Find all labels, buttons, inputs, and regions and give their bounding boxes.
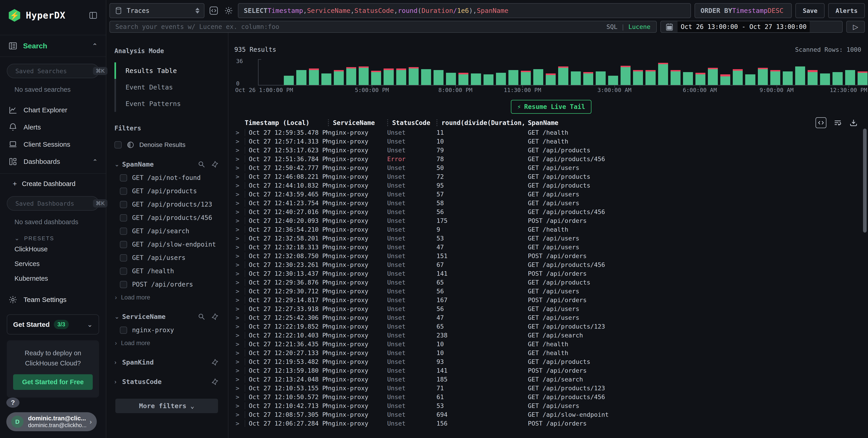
chevron-up-icon[interactable]: ⌃ — [92, 42, 98, 50]
saved-searches-input[interactable]: ⌘K — [7, 64, 99, 78]
table-row[interactable]: > Oct 27 12:22:10.403 PM nginx-proxy Uns… — [234, 331, 868, 340]
histogram-bar[interactable] — [371, 59, 381, 85]
sidebar-item-team-settings[interactable]: Team Settings — [0, 286, 106, 307]
table-row[interactable]: > Oct 27 12:25:42.306 PM nginx-proxy Uns… — [234, 313, 868, 322]
table-row[interactable]: > Oct 27 12:10:50.572 PM nginx-proxy Uns… — [234, 393, 868, 401]
row-expand-icon[interactable]: > — [234, 173, 245, 180]
table-row[interactable]: > Oct 27 12:43:59.465 PM nginx-proxy Uns… — [234, 190, 868, 199]
table-row[interactable]: > Oct 27 12:22:19.852 PM nginx-proxy Uns… — [234, 322, 868, 331]
table-row[interactable]: > Oct 27 12:32:18.313 PM nginx-proxy Uns… — [234, 243, 868, 251]
table-row[interactable]: > Oct 27 12:10:53.155 PM nginx-proxy Uns… — [234, 384, 868, 393]
table-row[interactable]: > Oct 27 12:50:42.777 PM nginx-proxy Uns… — [234, 163, 868, 172]
filter-item[interactable]: GET /api/products — [115, 188, 219, 195]
source-select[interactable]: Traces — [110, 3, 205, 18]
histogram-bar[interactable] — [334, 59, 344, 85]
histogram-bar[interactable] — [533, 59, 543, 85]
col-duration[interactable]: round(divide(Duration, — [436, 119, 528, 127]
histogram-bar[interactable] — [558, 59, 568, 85]
histogram-bar[interactable] — [421, 59, 431, 85]
filter-item-nginx-proxy[interactable]: nginx-proxy — [115, 326, 219, 334]
histogram-bar[interactable] — [571, 59, 581, 85]
col-statuscode[interactable]: StatusCode — [387, 119, 436, 127]
row-expand-icon[interactable]: > — [234, 182, 245, 189]
table-row[interactable]: > Oct 27 12:41:23.754 PM nginx-proxy Uns… — [234, 199, 868, 207]
table-row[interactable]: > Oct 27 12:29:30.712 PM nginx-proxy Uns… — [234, 287, 868, 296]
resume-live-tail-button[interactable]: ⚡ Resume Live Tail — [511, 100, 592, 114]
row-expand-icon[interactable]: > — [234, 261, 245, 268]
histogram-bar[interactable] — [471, 59, 481, 85]
table-row[interactable]: > Oct 27 12:59:35.478 PM nginx-proxy Uns… — [234, 128, 868, 137]
table-row[interactable]: > Oct 27 12:40:27.016 PM nginx-proxy Uns… — [234, 207, 868, 216]
histogram-bar[interactable] — [820, 59, 830, 85]
row-expand-icon[interactable]: > — [234, 349, 245, 357]
row-expand-icon[interactable]: > — [234, 288, 245, 295]
histogram-bar[interactable] — [608, 59, 618, 85]
sql-select-input[interactable]: SELECT Timestamp,ServiceName,StatusCode,… — [238, 3, 691, 18]
histogram-bar[interactable] — [621, 59, 630, 85]
filter-item[interactable]: POST /api/orders — [115, 281, 219, 288]
language-toggle[interactable]: SQL | Lucene — [600, 23, 656, 30]
sidebar-item-alerts[interactable]: Alerts — [0, 119, 106, 136]
row-expand-icon[interactable]: > — [234, 129, 245, 136]
histogram-bar[interactable] — [496, 59, 506, 85]
table-row[interactable]: > Oct 27 12:13:59.180 PM nginx-proxy Uns… — [234, 366, 868, 375]
checkbox[interactable] — [120, 214, 127, 222]
sql-orderby-input[interactable]: ORDER BY Timestamp DESC — [694, 3, 792, 18]
sidebar-item-dashboards[interactable]: Dashboards ⌃ — [0, 153, 106, 170]
row-expand-icon[interactable]: > — [234, 279, 245, 286]
table-row[interactable]: > Oct 27 12:10:42.713 PM nginx-proxy Uns… — [234, 401, 868, 410]
sidebar-item-client-sessions[interactable]: Client Sessions — [0, 136, 106, 153]
table-row[interactable]: > Oct 27 12:53:17.623 PM nginx-proxy Uns… — [234, 146, 868, 155]
filter-item[interactable]: GET /api/products/123 — [115, 201, 219, 208]
row-expand-icon[interactable]: > — [234, 270, 245, 277]
search-icon[interactable] — [198, 313, 205, 321]
row-expand-icon[interactable]: > — [234, 252, 245, 260]
histogram-plot[interactable]: Oct 26 1:00:00 PM5:00:00 PM8:00:00 PM11:… — [258, 59, 868, 86]
table-row[interactable]: > Oct 27 12:44:10.832 PM nginx-proxy Uns… — [234, 181, 868, 190]
code-view-icon[interactable] — [815, 117, 827, 128]
histogram-bar[interactable] — [583, 59, 593, 85]
sidebar-item-chart-explorer[interactable]: Chart Explorer — [0, 101, 106, 119]
histogram-bar[interactable] — [683, 59, 693, 85]
load-more-spanname[interactable]: › Load more — [115, 294, 219, 301]
preset-item-kubernetes[interactable]: Kubernetes — [0, 271, 106, 286]
table-row[interactable]: > Oct 27 12:30:23.261 PM nginx-proxy Uns… — [234, 260, 868, 269]
checkbox[interactable] — [120, 188, 127, 195]
user-menu[interactable]: D dominic.tran@clic... dominic.tran@clic… — [6, 412, 97, 431]
histogram-bar[interactable] — [521, 59, 531, 85]
table-row[interactable]: > Oct 27 12:27:33.918 PM nginx-proxy Uns… — [234, 304, 868, 313]
row-expand-icon[interactable]: > — [234, 138, 245, 145]
histogram-bar[interactable] — [296, 59, 306, 85]
histogram-bar[interactable] — [359, 59, 369, 85]
row-expand-icon[interactable]: > — [234, 305, 245, 312]
lucene-toggle[interactable]: Lucene — [628, 23, 650, 30]
save-button[interactable]: Save — [796, 3, 825, 18]
histogram-bar[interactable] — [770, 59, 780, 85]
filter-item[interactable]: GET /api/users — [115, 254, 219, 262]
checkbox[interactable] — [120, 174, 127, 181]
date-range-picker[interactable]: Oct 26 13:00:00 - Oct 27 13:00:00 — [660, 21, 843, 33]
row-expand-icon[interactable]: > — [234, 323, 245, 330]
row-expand-icon[interactable]: > — [234, 385, 245, 392]
histogram-bar[interactable] — [346, 59, 356, 85]
row-expand-icon[interactable]: > — [234, 200, 245, 207]
histogram-bar[interactable] — [695, 59, 705, 85]
table-row[interactable]: > Oct 27 12:32:08.750 PM nginx-proxy Uns… — [234, 251, 868, 260]
table-row[interactable]: > Oct 27 12:06:27.284 PM nginx-proxy Uns… — [234, 419, 868, 428]
row-expand-icon[interactable]: > — [234, 244, 245, 250]
get-started-toggle[interactable]: Get Started 3/3 ⌄ — [7, 314, 99, 335]
filter-group-spanname[interactable]: ⌄ SpanName — [115, 161, 219, 168]
row-expand-icon[interactable]: > — [234, 164, 245, 171]
histogram-bar[interactable] — [745, 59, 755, 85]
checkbox[interactable] — [120, 241, 127, 248]
load-more-servicename[interactable]: › Load more — [115, 340, 219, 347]
pin-icon[interactable] — [211, 313, 219, 321]
row-expand-icon[interactable]: > — [234, 314, 245, 321]
histogram-bar[interactable] — [508, 59, 518, 85]
table-row[interactable]: > Oct 27 12:19:53.482 PM nginx-proxy Uns… — [234, 357, 868, 366]
filter-item[interactable]: GET /api/slow-endpoint — [115, 241, 219, 248]
histogram-bar[interactable] — [458, 59, 468, 85]
analysis-mode-option[interactable]: Results Table — [115, 62, 219, 79]
run-query-button[interactable]: ▷ — [846, 21, 865, 33]
histogram-bar[interactable] — [671, 59, 681, 85]
